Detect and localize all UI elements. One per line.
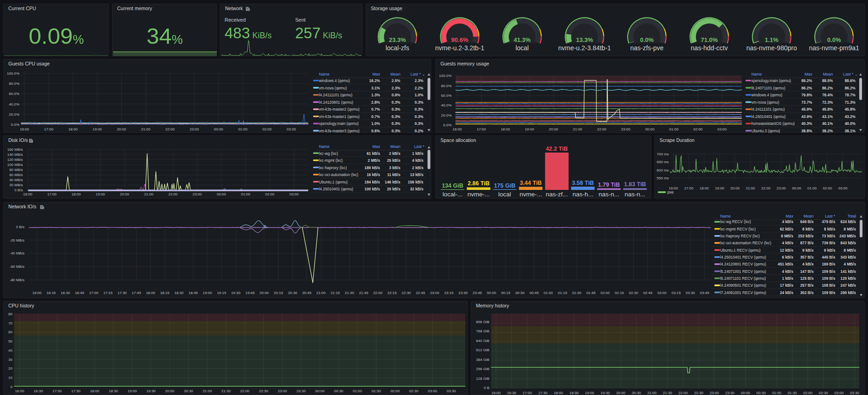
svg-text:21:45: 21:45 xyxy=(359,291,369,295)
svg-text:45.8%: 45.8% xyxy=(844,107,856,112)
svg-text:343 kB/s: 343 kB/s xyxy=(840,255,856,259)
svg-text:01:30: 01:30 xyxy=(788,391,797,395)
svg-text:22:00: 22:00 xyxy=(166,127,175,131)
svg-text:Name: Name xyxy=(319,72,330,77)
svg-text:100.0%: 100.0% xyxy=(7,71,19,76)
svg-text:03:45: 03:45 xyxy=(700,291,710,295)
svg-text:2.3%: 2.3% xyxy=(415,78,424,83)
svg-text:16.2%: 16.2% xyxy=(369,78,380,83)
svg-text:88.5%: 88.5% xyxy=(822,78,833,83)
svg-text:0.3%: 0.3% xyxy=(415,121,424,126)
svg-text:21:00: 21:00 xyxy=(746,186,755,190)
svg-text:45.8%: 45.8% xyxy=(822,107,833,112)
svg-text:Guests memory usage: Guests memory usage xyxy=(440,61,489,66)
svg-text:90.6%: 90.6% xyxy=(451,36,468,43)
svg-text:109 B/s: 109 B/s xyxy=(822,276,835,281)
svg-text:00:30: 00:30 xyxy=(334,389,344,393)
svg-text:19:30: 19:30 xyxy=(231,291,241,295)
svg-text:18:00: 18:00 xyxy=(554,391,564,395)
svg-text:19:30: 19:30 xyxy=(600,391,610,395)
svg-text:40.1%: 40.1% xyxy=(822,121,833,126)
svg-text:2.2%: 2.2% xyxy=(415,86,424,90)
svg-text:19:00: 19:00 xyxy=(93,127,102,131)
svg-text:0 B/s: 0 B/s xyxy=(14,188,23,192)
svg-text:253 kB/s: 253 kB/s xyxy=(798,234,814,238)
svg-text:243 MB/s: 243 MB/s xyxy=(839,234,856,238)
svg-text:l4.24090501 RECV (qemu): l4.24090501 RECV (qemu) xyxy=(720,283,767,288)
svg-text:01:00: 01:00 xyxy=(808,186,817,190)
svg-text:Current memory: Current memory xyxy=(117,6,153,11)
svg-text:24 kB/s: 24 kB/s xyxy=(780,290,793,295)
svg-text:01:15: 01:15 xyxy=(558,291,568,295)
svg-text:80.0%: 80.0% xyxy=(441,84,452,88)
svg-text:0.3%: 0.3% xyxy=(392,107,401,112)
svg-text:80.0%: 80.0% xyxy=(9,82,19,86)
svg-text:Last *: Last * xyxy=(825,214,836,218)
svg-text:17:15: 17:15 xyxy=(103,291,113,295)
svg-text:20:00: 20:00 xyxy=(260,291,269,295)
svg-text:Last * ⌄: Last * ⌄ xyxy=(410,72,425,77)
svg-text:2 MB/s: 2 MB/s xyxy=(368,158,380,163)
svg-text:20:00: 20:00 xyxy=(120,192,130,196)
svg-text:80 MB/s: 80 MB/s xyxy=(9,168,23,172)
svg-text:30: 30 xyxy=(8,358,12,362)
svg-text:3.58 TiB: 3.58 TiB xyxy=(572,180,594,186)
svg-text:nas-h...: nas-h... xyxy=(572,191,593,198)
svg-text:lxc-mgmt (lxc): lxc-mgmt (lxc) xyxy=(319,158,343,163)
svg-text:xpenology.main (qemu): xpenology.main (qemu) xyxy=(751,78,791,83)
svg-text:60 MB/s: 60 MB/s xyxy=(9,173,23,177)
svg-text:17:00: 17:00 xyxy=(684,186,694,190)
svg-text:0.3%: 0.3% xyxy=(392,121,401,126)
svg-text:nas-nvme-pm9a1: nas-nvme-pm9a1 xyxy=(809,44,859,52)
svg-text:4 MB/s: 4 MB/s xyxy=(844,262,856,266)
svg-text:19:45: 19:45 xyxy=(245,291,255,295)
svg-text:0.3%: 0.3% xyxy=(415,107,424,112)
svg-text:8 MB/s: 8 MB/s xyxy=(844,248,856,253)
svg-text:0.6%: 0.6% xyxy=(371,129,380,133)
svg-text:0.0%: 0.0% xyxy=(827,36,841,43)
svg-text:02:00: 02:00 xyxy=(600,291,610,295)
svg-text:16:00: 16:00 xyxy=(15,389,24,393)
svg-text:nas-n...: nas-n... xyxy=(599,191,619,198)
svg-text:17:45: 17:45 xyxy=(132,291,142,295)
svg-text:01:30: 01:30 xyxy=(372,389,381,393)
svg-text:9 kB/s: 9 kB/s xyxy=(803,248,814,253)
svg-text:8 kB/s: 8 kB/s xyxy=(803,227,814,231)
svg-text:73 kB/s: 73 kB/s xyxy=(822,234,835,238)
svg-text:739 B/s: 739 B/s xyxy=(822,241,835,245)
svg-text:86.2%: 86.2% xyxy=(822,86,833,90)
svg-text:624 kB/s: 624 kB/s xyxy=(840,219,856,224)
svg-text:16:00: 16:00 xyxy=(23,192,33,196)
svg-text:19:00: 19:00 xyxy=(585,391,595,395)
svg-text:03:15: 03:15 xyxy=(672,291,681,295)
svg-text:l4.25010401 RECV (qemu): l4.25010401 RECV (qemu) xyxy=(720,255,767,259)
svg-text:50: 50 xyxy=(8,339,12,343)
svg-text:23.3%: 23.3% xyxy=(389,36,406,43)
svg-text:0.3%: 0.3% xyxy=(415,100,424,105)
svg-text:640 GiB: 640 GiB xyxy=(476,339,489,343)
svg-text:34%: 34% xyxy=(147,24,183,48)
svg-text:18:15: 18:15 xyxy=(160,291,170,295)
svg-text:nvme-u.2-3.84tb-1: nvme-u.2-3.84tb-1 xyxy=(558,44,611,52)
svg-text:03:00: 03:00 xyxy=(657,291,667,295)
svg-text:877 B/s: 877 B/s xyxy=(800,241,814,245)
svg-text:40.0%: 40.0% xyxy=(9,102,19,106)
svg-text:00:30: 00:30 xyxy=(515,291,525,295)
svg-text:local-...: local-... xyxy=(442,191,463,198)
svg-text:445 B/s: 445 B/s xyxy=(822,255,835,259)
svg-text:Total: Total xyxy=(848,214,856,218)
svg-text:17:00: 17:00 xyxy=(476,127,486,131)
svg-text:nvme-u.2-3.2tb-1: nvme-u.2-3.2tb-1 xyxy=(435,44,484,52)
svg-text:02:00: 02:00 xyxy=(262,127,272,131)
svg-text:xpenology.main (qemu): xpenology.main (qemu) xyxy=(319,121,359,126)
svg-text:22:00: 22:00 xyxy=(373,291,383,295)
svg-text:lxc-wg (lxc): lxc-wg (lxc) xyxy=(319,151,339,156)
svg-text:Mean: Mean xyxy=(390,144,400,149)
svg-text:l4.24111101 (qemu): l4.24111101 (qemu) xyxy=(319,93,353,97)
svg-text:Received: Received xyxy=(225,17,246,23)
svg-text:03:00: 03:00 xyxy=(717,127,727,131)
svg-text:1.83 TiB: 1.83 TiB xyxy=(624,181,646,188)
svg-text:16:00: 16:00 xyxy=(452,127,462,131)
svg-text:01:00: 01:00 xyxy=(238,127,248,131)
svg-text:Sent: Sent xyxy=(295,17,306,23)
